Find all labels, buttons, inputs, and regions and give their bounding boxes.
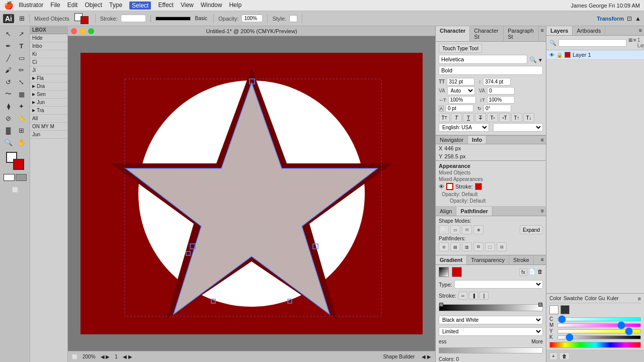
zoom-tool[interactable]: 🔍 [3, 137, 15, 148]
paintbrush-tool[interactable]: 🖌 [3, 64, 15, 75]
minus-back-btn[interactable]: ⊟ [497, 242, 507, 251]
panel-item-ci[interactable]: Ci [30, 58, 67, 66]
minimize-button[interactable] [79, 28, 86, 34]
tt-btn-7[interactable]: T↑ [511, 113, 522, 122]
opacity-input[interactable] [242, 15, 263, 22]
layers-view-icon-1[interactable]: ⊞ [628, 37, 632, 48]
font-dropdown-icon[interactable]: ▼ [538, 57, 543, 63]
scale-v-input[interactable] [487, 96, 515, 104]
close-button[interactable] [71, 28, 77, 34]
merge-btn[interactable]: ▥ [462, 242, 472, 251]
fx-label[interactable]: fx [519, 268, 527, 276]
menu-window[interactable]: Window [201, 2, 222, 10]
tracking-input[interactable] [487, 87, 515, 95]
layer-eye-icon[interactable]: 👁 [549, 52, 554, 58]
panel-item-jun[interactable]: ▶ Jun [30, 99, 67, 107]
align-panel-menu[interactable]: ≡ [539, 207, 546, 216]
font-name-input[interactable] [439, 55, 527, 64]
new-layer-btn[interactable]: + [549, 352, 557, 360]
stroke-color-box[interactable] [446, 183, 453, 190]
toolbar-icon-1[interactable]: ⊡ [627, 15, 632, 22]
delete-layer-btn[interactable]: 🗑 [559, 352, 570, 360]
tab-character-st[interactable]: Character St [470, 26, 504, 41]
white-swatch[interactable] [549, 305, 558, 314]
stroke-red-swatch[interactable] [475, 183, 482, 190]
more-label[interactable]: More [531, 339, 543, 344]
y-slider[interactable] [557, 329, 641, 333]
tab-stroke-g[interactable]: Stroke [509, 255, 534, 264]
layer-item-1[interactable]: 👁 🔒 Layer 1 [546, 50, 644, 60]
color-panel-menu[interactable]: ≡ [638, 296, 641, 302]
scale-tool[interactable]: ⤡ [16, 76, 28, 87]
gradient-swatch-select[interactable]: Black and White [439, 316, 543, 324]
nav-panel-menu[interactable]: ≡ [539, 136, 546, 144]
swatches-tab[interactable]: Swatche [564, 296, 583, 302]
menu-effect[interactable]: Effect [158, 2, 173, 10]
menu-file[interactable]: File [50, 2, 60, 10]
layer-name[interactable]: Layer 1 [573, 52, 591, 58]
maximize-button[interactable] [88, 28, 94, 34]
tt-btn-5[interactable]: Ts [487, 113, 498, 122]
menu-help[interactable]: Help [229, 2, 242, 10]
tab-gradient[interactable]: Gradient [436, 255, 467, 264]
panel-item-sen[interactable]: ▶ Sen [30, 90, 67, 99]
rotate-tool[interactable]: ↺ [3, 76, 15, 87]
gradient-panel-menu[interactable]: ≡ [539, 255, 546, 264]
font-size-input[interactable] [447, 78, 474, 85]
font-style-input[interactable] [439, 66, 543, 75]
menu-edit[interactable]: Edit [67, 2, 78, 10]
tt-btn-1[interactable]: TT [439, 113, 450, 122]
panel-item-ji[interactable]: Ji [30, 66, 67, 74]
pen-tool[interactable]: ✒ [3, 40, 15, 51]
tab-layers[interactable]: Layers [546, 26, 573, 35]
m-slider[interactable] [557, 323, 641, 327]
color-guide-tab[interactable]: Color Gu [585, 296, 605, 302]
new-item-icon[interactable]: 📄 [529, 268, 536, 276]
tt-btn-4[interactable]: T [475, 113, 486, 122]
color-spectrum-bar[interactable] [549, 342, 641, 348]
blend-tool[interactable]: ⧫ [3, 101, 15, 112]
layer-lock-icon[interactable]: 🔒 [556, 52, 562, 58]
exclude-btn[interactable]: ⊕ [473, 225, 484, 234]
mesh-tool[interactable]: ⊞ [16, 125, 28, 136]
layers-panel-menu[interactable]: ≡ [637, 26, 644, 35]
unite-btn[interactable]: ⬜ [439, 225, 449, 234]
warp-tool[interactable]: 〜 [3, 88, 15, 100]
font-search-icon[interactable]: 🔍 [529, 56, 537, 63]
language-select[interactable]: English: USA [439, 123, 489, 132]
black-swatch[interactable] [560, 305, 570, 314]
shape-tool[interactable]: ▭ [16, 52, 28, 63]
type-tool[interactable]: T [16, 40, 28, 51]
toolbar-icon-2[interactable]: ▲ [635, 15, 641, 22]
column-tool[interactable]: ▦ [16, 88, 28, 100]
symbol-tool[interactable]: ✦ [16, 101, 28, 112]
screen-mode[interactable]: ⬜ [9, 184, 21, 195]
panel-item-tra[interactable]: ▶ Tra [30, 107, 67, 115]
tab-character[interactable]: Character [436, 26, 470, 41]
panel-menu-btn[interactable]: ≡ [539, 26, 546, 41]
stroke-type-3[interactable]: ║ [479, 292, 489, 300]
direct-select-tool[interactable]: ↗ [16, 28, 28, 39]
gradient-limited-select[interactable]: Limited [439, 327, 543, 336]
tab-pathfinder[interactable]: Pathfinder [456, 207, 492, 216]
panel-item-jun2[interactable]: Jun [30, 131, 67, 139]
panel-item-onmym[interactable]: ON MY M [30, 123, 67, 131]
minus-btn[interactable]: ▭ [450, 225, 460, 234]
intersect-btn[interactable]: ⊓ [462, 225, 472, 234]
menu-view[interactable]: View [181, 2, 194, 10]
draw-mode[interactable] [16, 174, 27, 181]
panel-item-hide[interactable]: Hide [30, 34, 67, 42]
hyphenation-select[interactable] [493, 123, 543, 132]
tt-btn-3[interactable]: T [463, 113, 474, 122]
stroke-color-swatch[interactable] [13, 159, 24, 170]
tab-align[interactable]: Align [436, 207, 456, 216]
canvas-zoom[interactable]: 200% [83, 354, 96, 359]
expand-btn[interactable]: Expand [520, 225, 543, 234]
panel-item-dra[interactable]: ▶ Dra [30, 82, 67, 90]
panel-item-ki[interactable]: Ki [30, 50, 67, 58]
tab-navigator[interactable]: Navigator [436, 136, 468, 144]
gradient-bar[interactable] [439, 304, 543, 311]
delete-icon[interactable]: 🗑 [537, 268, 543, 276]
tab-artboards[interactable]: Artboards [573, 26, 605, 35]
normal-mode[interactable] [4, 174, 15, 181]
